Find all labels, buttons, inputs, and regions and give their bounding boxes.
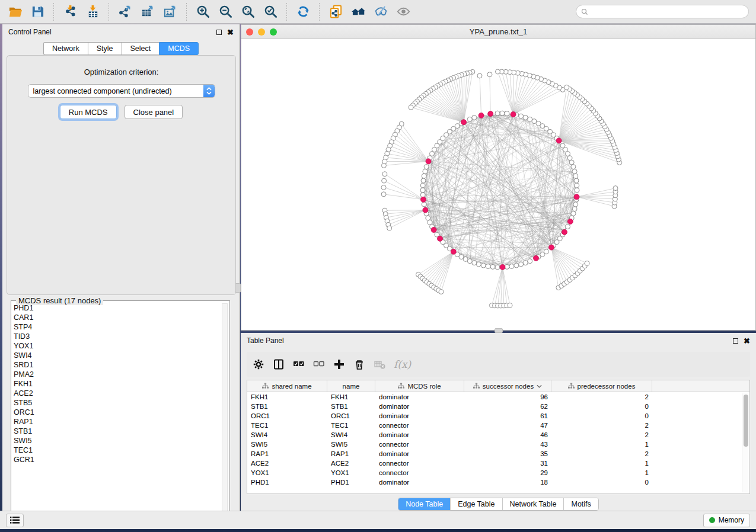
criterion-select[interactable]: largest connected component (undirected) bbox=[28, 84, 215, 98]
import-network-button[interactable] bbox=[60, 2, 80, 21]
column-header-successor-nodes[interactable]: successor nodes bbox=[464, 380, 551, 392]
network-view-window: YPA_prune.txt_1 bbox=[241, 24, 756, 331]
task-history-button[interactable] bbox=[6, 514, 24, 527]
memory-status-icon bbox=[709, 517, 715, 523]
zoom-fit-button[interactable] bbox=[238, 2, 258, 21]
mcds-result-item[interactable]: PHD1 bbox=[14, 303, 221, 313]
float-panel-icon[interactable] bbox=[216, 30, 222, 35]
mcds-result-item[interactable]: YOX1 bbox=[14, 341, 221, 351]
criterion-selected-value: largest connected component (undirected) bbox=[28, 87, 203, 95]
export-image-button[interactable] bbox=[160, 2, 180, 21]
table-row[interactable]: ORC1ORC1dominator610 bbox=[247, 411, 749, 421]
zoom-in-button[interactable] bbox=[193, 2, 213, 21]
zoom-selected-icon bbox=[264, 5, 277, 18]
mcds-result-item[interactable]: SRD1 bbox=[14, 360, 221, 370]
attribute-type-icon bbox=[568, 383, 575, 389]
settings-gear-button[interactable] bbox=[253, 358, 264, 370]
zoom-out-icon bbox=[219, 5, 232, 18]
tab-mcds[interactable]: MCDS bbox=[159, 42, 199, 55]
table-row[interactable]: TEC1TEC1connector472 bbox=[247, 421, 749, 430]
mcds-result-item[interactable]: TEC1 bbox=[14, 446, 221, 455]
hide-glasses-button[interactable] bbox=[371, 2, 391, 21]
cell-name: ACE2 bbox=[327, 460, 375, 467]
zoom-selected-button[interactable] bbox=[260, 2, 280, 21]
horizontal-splitter-grip[interactable] bbox=[495, 328, 503, 333]
table-row[interactable]: ACE2ACE2connector311 bbox=[247, 459, 749, 468]
table-row[interactable]: PHD1PHD1dominator180 bbox=[247, 477, 749, 487]
cell-predecessor-nodes: 0 bbox=[551, 479, 652, 486]
delete-row-button[interactable] bbox=[353, 358, 365, 370]
mcds-result-item[interactable]: RAP1 bbox=[14, 417, 221, 427]
mcds-result-item[interactable]: TID3 bbox=[14, 332, 221, 341]
tab-network[interactable]: Network bbox=[43, 42, 88, 55]
close-panel-button[interactable]: Close panel bbox=[125, 105, 183, 119]
column-header-predecessor-nodes[interactable]: predecessor nodes bbox=[551, 380, 652, 392]
table-scrollbar-thumb[interactable] bbox=[744, 395, 748, 447]
network-window-titlebar[interactable]: YPA_prune.txt_1 bbox=[241, 25, 755, 39]
table-row[interactable]: FKH1FKH1dominator962 bbox=[247, 392, 749, 402]
mcds-result-item[interactable]: STB1 bbox=[14, 427, 221, 436]
home-button[interactable] bbox=[348, 2, 368, 21]
tab-motifs[interactable]: Motifs bbox=[564, 498, 598, 510]
open-session-icon bbox=[8, 5, 22, 18]
vertical-splitter-grip[interactable] bbox=[235, 283, 241, 293]
cell-MCDS-role: connector bbox=[375, 460, 464, 467]
refresh-button[interactable] bbox=[293, 2, 313, 21]
tab-select[interactable]: Select bbox=[122, 42, 160, 55]
table-row[interactable]: SWI4SWI4dominator462 bbox=[247, 430, 749, 440]
table-row[interactable]: RAP1RAP1dominator352 bbox=[247, 449, 749, 459]
cell-successor-nodes: 46 bbox=[464, 431, 551, 438]
select-all-button[interactable] bbox=[293, 358, 305, 370]
save-session-button[interactable] bbox=[27, 2, 47, 21]
close-table-panel-icon[interactable]: ✖ bbox=[744, 338, 750, 344]
zoom-out-button[interactable] bbox=[215, 2, 235, 21]
column-header-shared-name[interactable]: shared name bbox=[247, 380, 327, 392]
mcds-result-item[interactable]: FKH1 bbox=[14, 379, 221, 389]
cell-successor-nodes: 29 bbox=[464, 469, 551, 476]
float-table-panel-icon[interactable] bbox=[733, 338, 738, 344]
search-box[interactable] bbox=[576, 5, 749, 18]
deselect-all-button[interactable] bbox=[313, 358, 325, 370]
tab-network-table[interactable]: Network Table bbox=[503, 498, 564, 510]
close-panel-icon[interactable]: ✖ bbox=[227, 30, 234, 35]
mcds-result-item[interactable]: PMA2 bbox=[14, 370, 221, 379]
cell-shared-name: ORC1 bbox=[247, 412, 327, 419]
add-row-button[interactable] bbox=[333, 358, 345, 370]
duplicate-network-button[interactable] bbox=[326, 2, 346, 21]
import-table-button[interactable] bbox=[82, 2, 103, 21]
run-mcds-button[interactable]: Run MCDS bbox=[60, 105, 117, 119]
network-graph[interactable] bbox=[241, 40, 755, 331]
export-network-button[interactable] bbox=[115, 2, 135, 21]
table-row[interactable]: YOX1YOX1connector291 bbox=[247, 468, 749, 477]
export-table-button[interactable] bbox=[138, 2, 158, 21]
mcds-result-item[interactable]: SWI4 bbox=[14, 351, 221, 360]
mcds-result-item[interactable]: GCR1 bbox=[14, 455, 221, 464]
node-table[interactable]: shared namenameMCDS rolesuccessor nodesp… bbox=[247, 380, 750, 494]
column-header-name[interactable]: name bbox=[327, 380, 375, 392]
mcds-result-scrollbar[interactable] bbox=[222, 303, 228, 518]
open-session-button[interactable] bbox=[5, 2, 25, 21]
search-input[interactable] bbox=[591, 8, 744, 16]
memory-button[interactable]: Memory bbox=[703, 514, 750, 527]
mcds-result-list[interactable]: PHD1CAR1STP4TID3YOX1SWI4SRD1PMA2FKH1ACE2… bbox=[14, 303, 221, 518]
table-row[interactable]: SWI5SWI5connector431 bbox=[247, 440, 749, 449]
network-canvas[interactable] bbox=[241, 40, 755, 330]
tab-node-table[interactable]: Node Table bbox=[398, 498, 451, 510]
show-columns-button[interactable] bbox=[273, 358, 285, 370]
mcds-result-item[interactable]: ORC1 bbox=[14, 408, 221, 417]
mcds-result-item[interactable]: STB5 bbox=[14, 398, 221, 408]
mcds-result-item[interactable]: SWI5 bbox=[14, 436, 221, 446]
control-panel-titlebar: Control Panel ✖ bbox=[2, 24, 240, 40]
delete-row-icon bbox=[353, 358, 365, 370]
table-scrollbar[interactable] bbox=[742, 393, 748, 492]
cell-MCDS-role: dominator bbox=[375, 393, 464, 400]
memory-label: Memory bbox=[719, 516, 744, 524]
cell-MCDS-role: dominator bbox=[375, 431, 464, 438]
mcds-result-item[interactable]: STP4 bbox=[14, 322, 221, 332]
tab-edge-table[interactable]: Edge Table bbox=[451, 498, 502, 510]
column-header-MCDS-role[interactable]: MCDS role bbox=[375, 380, 464, 392]
tab-style[interactable]: Style bbox=[88, 42, 122, 55]
mcds-result-item[interactable]: CAR1 bbox=[14, 313, 221, 322]
mcds-result-item[interactable]: ACE2 bbox=[14, 389, 221, 398]
table-row[interactable]: STB1STB1dominator620 bbox=[247, 402, 749, 411]
